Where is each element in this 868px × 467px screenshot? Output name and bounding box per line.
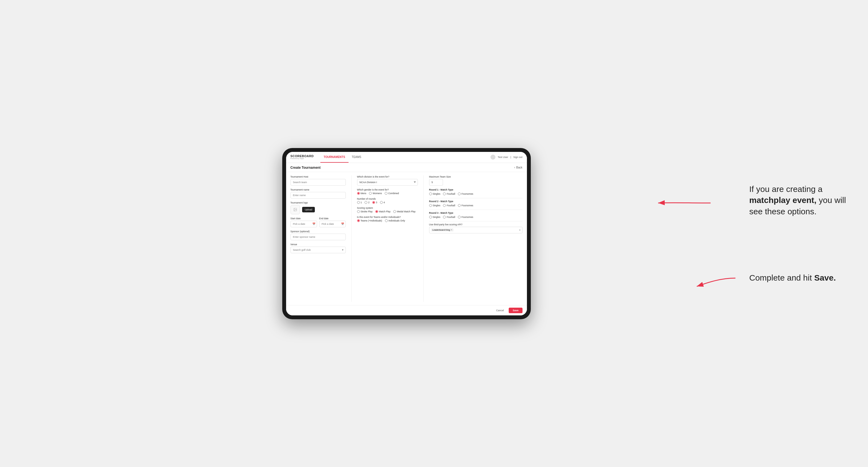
round3-options: Singles Fourball Foursomes (429, 216, 523, 218)
teams-radio-group: Teams (+Individuals) Individuals Only (357, 219, 418, 222)
round3-foursomes[interactable]: Foursomes (458, 216, 473, 218)
round3-match-type: Round 3 - Match Type Singles Fourball (429, 212, 523, 218)
round2-match-type: Round 2 - Match Type Singles Fourball (429, 200, 523, 207)
rounds-3[interactable]: 3 (372, 201, 377, 204)
api-group: Use third-party live scoring API? Leader… (429, 223, 523, 234)
logo-placeholder (290, 205, 300, 214)
division-group: Which division is the event for? NCAA Di… (357, 175, 418, 186)
scoring-match[interactable]: Match Play (375, 210, 391, 213)
sponsor-group: Sponsor (optional) (290, 230, 346, 240)
rounds-radio-group: 1 2 3 4 (357, 201, 418, 204)
sponsor-label: Sponsor (optional) (290, 230, 346, 233)
round2-fourball[interactable]: Fourball (443, 204, 455, 207)
device-screen: SCOREBOARD Powered by clippit TOURNAMENT… (286, 152, 527, 315)
form-title: Create Tournament (290, 166, 321, 169)
user-name: Test User (498, 156, 508, 158)
sign-out-link[interactable]: Sign out (513, 156, 522, 158)
form-col-middle: Which division is the event for? NCAA Di… (357, 175, 418, 302)
form-body: Tournament Host Tournament name Tourname… (286, 172, 527, 305)
form-header: Create Tournament ‹ Back (286, 163, 527, 172)
start-date-wrapper: 📅 (290, 221, 317, 227)
sponsor-input[interactable] (290, 234, 346, 240)
round2-label: Round 2 - Match Type (429, 200, 523, 203)
form-col-left: Tournament Host Tournament name Tourname… (290, 175, 346, 302)
gender-combined[interactable]: Combined (385, 192, 399, 195)
arrow-bottom-svg (694, 275, 738, 289)
round1-label: Round 1 - Match Type (429, 188, 523, 191)
round2-singles[interactable]: Singles (429, 204, 440, 207)
start-date-label: Start date (290, 217, 317, 220)
division-select[interactable]: NCAA Division I (357, 179, 418, 186)
api-dropdown-chevron: ▸ (520, 229, 521, 231)
tournament-host-input[interactable] (290, 179, 346, 186)
annotation-top: If you are creating a matchplay event, y… (749, 184, 851, 217)
avatar (491, 155, 495, 160)
tab-tournaments[interactable]: TOURNAMENTS (320, 152, 348, 163)
arrow-top-svg (655, 197, 716, 209)
form-container: Create Tournament ‹ Back Tournament Host… (286, 163, 527, 315)
rounds-group: Number of rounds 1 2 (357, 197, 418, 204)
tournament-host-label: Tournament Host (290, 175, 346, 178)
logo-upload-area: Upload (290, 205, 346, 214)
divider-2 (423, 175, 424, 302)
svg-point-1 (294, 209, 295, 209)
tournament-logo-label: Tournament logo (290, 201, 346, 204)
nav-bar: SCOREBOARD Powered by clippit TOURNAMENT… (286, 152, 527, 163)
save-button[interactable]: Save (509, 308, 522, 313)
round2-foursomes[interactable]: Foursomes (458, 204, 473, 207)
end-date-label: End date (319, 217, 346, 220)
tournament-name-group: Tournament name (290, 188, 346, 198)
max-team-size-group: Maximum Team Size (429, 175, 523, 186)
api-label: Use third-party live scoring API? (429, 223, 523, 226)
round1-fourball[interactable]: Fourball (443, 192, 455, 195)
tournament-host-group: Tournament Host (290, 175, 346, 186)
section-divider-2 (429, 210, 523, 210)
gender-mens[interactable]: Mens (357, 192, 367, 195)
back-button[interactable]: ‹ Back (514, 166, 523, 169)
upload-button[interactable]: Upload (302, 207, 315, 212)
api-select[interactable]: Leaderboard King × ▸ (429, 227, 523, 234)
gender-radio-group: Mens Womens Combined (357, 192, 418, 195)
gender-group: Which gender is the event for? Mens Wome… (357, 188, 418, 195)
api-tag-close[interactable]: × (451, 229, 452, 231)
round1-foursomes[interactable]: Foursomes (458, 192, 473, 195)
end-date-col: End date 📅 (319, 217, 346, 227)
tab-teams[interactable]: TEAMS (348, 152, 365, 163)
rounds-2[interactable]: 2 (365, 201, 370, 204)
venue-group: Venue ▼ (290, 243, 346, 253)
end-date-input[interactable] (319, 221, 346, 227)
start-date-col: Start date 📅 (290, 217, 317, 227)
scoring-radio-group: Stroke Play Match Play Medal Match Play (357, 210, 418, 213)
rounds-4[interactable]: 4 (380, 201, 385, 204)
separator: | (510, 156, 511, 158)
tournament-name-input[interactable] (290, 192, 346, 198)
annotation-bottom: Complete and hit Save. (749, 272, 851, 284)
round1-singles[interactable]: Singles (429, 192, 440, 195)
teams-teams[interactable]: Teams (+Individuals) (357, 219, 382, 222)
logo-text: SCOREBOARD (290, 155, 314, 158)
date-group: Start date 📅 End date 📅 (290, 217, 346, 227)
round3-singles[interactable]: Singles (429, 216, 440, 218)
teams-individuals[interactable]: Individuals Only (385, 219, 405, 222)
cancel-button[interactable]: Cancel (493, 308, 506, 313)
start-date-input[interactable] (290, 221, 317, 227)
scoring-stroke[interactable]: Stroke Play (357, 210, 373, 213)
venue-input[interactable] (290, 247, 346, 253)
form-footer: Cancel Save (286, 305, 527, 315)
rounds-label: Number of rounds (357, 197, 418, 200)
venue-label: Venue (290, 243, 346, 246)
max-team-size-input[interactable] (429, 179, 443, 186)
annotation-area: If you are creating a matchplay event, y… (749, 184, 851, 284)
teams-label: Is this event for Teams and/or Individua… (357, 216, 418, 218)
gender-label: Which gender is the event for? (357, 188, 418, 191)
scoring-medal[interactable]: Medal Match Play (393, 210, 415, 213)
division-label: Which division is the event for? (357, 175, 418, 178)
rounds-1[interactable]: 1 (357, 201, 362, 204)
max-team-size-label: Maximum Team Size (429, 175, 523, 178)
round1-options: Singles Fourball Foursomes (429, 192, 523, 195)
nav-right: Test User | Sign out (491, 155, 522, 160)
round3-fourball[interactable]: Fourball (443, 216, 455, 218)
logo-area: SCOREBOARD Powered by clippit (290, 155, 314, 160)
gender-womens[interactable]: Womens (369, 192, 382, 195)
round3-label: Round 3 - Match Type (429, 212, 523, 214)
